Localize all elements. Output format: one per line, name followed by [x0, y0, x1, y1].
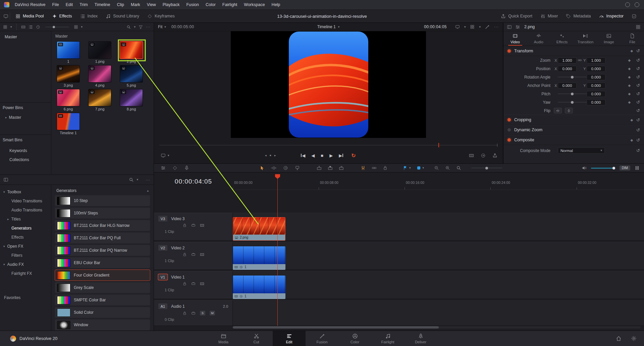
metadata-button[interactable]: Metadata: [562, 10, 595, 22]
yaw-slider[interactable]: [558, 99, 587, 105]
smart-bins-header[interactable]: Smart Bins: [3, 138, 22, 142]
play-button[interactable]: ▶: [329, 153, 333, 158]
generator-item[interactable]: EBU Color Bar: [55, 257, 150, 268]
menu-playback[interactable]: Playback: [159, 0, 183, 10]
loop-button[interactable]: ↻: [351, 152, 356, 159]
mute-button[interactable]: M: [210, 311, 215, 315]
track-header-v3[interactable]: V3 Video 3 1 Clip: [154, 213, 233, 241]
go-to-first-frame-button[interactable]: ◀: [301, 153, 305, 158]
track-lock-icon[interactable]: [182, 282, 187, 286]
chevron-down-icon[interactable]: ▾: [10, 26, 12, 29]
smart-bin-keywords[interactable]: Keywords: [9, 148, 27, 153]
media-clip[interactable]: 8.png: [120, 89, 143, 111]
page-cut[interactable]: Cut: [240, 331, 273, 346]
track-name[interactable]: Video 2: [171, 246, 184, 250]
bin-master[interactable]: Master: [5, 35, 17, 39]
menu-mark[interactable]: Mark: [127, 0, 144, 10]
position-lock-icon[interactable]: [383, 165, 388, 170]
chevron-down-icon[interactable]: ▾: [409, 166, 411, 169]
workspace-layout-icon[interactable]: [3, 14, 8, 19]
power-bin-master[interactable]: ▸Master: [5, 115, 21, 120]
filter-icon[interactable]: [139, 25, 143, 29]
composite-mode-select[interactable]: Normal ▾: [558, 147, 605, 154]
insert-clip-icon[interactable]: [317, 165, 322, 170]
voiceover-mic-icon[interactable]: [184, 165, 189, 170]
position-y-input[interactable]: 0.000: [587, 66, 605, 72]
track-badge-destination[interactable]: V1: [158, 274, 167, 280]
page-edit[interactable]: Edit: [273, 331, 306, 346]
search-icon[interactable]: [126, 25, 131, 29]
dynamic-trim-mode-icon[interactable]: [283, 165, 288, 170]
zoom-y-input[interactable]: 1.000: [587, 57, 605, 63]
track-lane-a1[interactable]: [233, 300, 644, 326]
cinema-viewer-icon[interactable]: [492, 153, 497, 158]
reset-icon[interactable]: ↺: [636, 58, 640, 63]
tab-video[interactable]: Video: [503, 31, 527, 46]
reset-icon[interactable]: ↺: [636, 128, 640, 133]
reset-icon[interactable]: ↺: [636, 66, 640, 71]
media-pool-menu-icon[interactable]: ···: [146, 25, 151, 29]
list-view-icon[interactable]: [29, 25, 33, 29]
track-header-v1[interactable]: V1 Video 1 1 Clip: [154, 271, 233, 299]
category-filters[interactable]: Filters: [0, 251, 51, 260]
timeline-timecode[interactable]: 00:00:04:05: [154, 178, 233, 185]
timeline-view-options-icon[interactable]: [161, 165, 166, 170]
reset-icon[interactable]: ↺: [636, 148, 640, 153]
keyframe-icon[interactable]: ◆: [628, 67, 631, 70]
menu-trim[interactable]: Trim: [76, 0, 91, 10]
gang-viewers-icon[interactable]: [481, 153, 486, 158]
menu-view[interactable]: View: [144, 0, 159, 10]
cropping-enable-toggle[interactable]: [507, 118, 511, 121]
linked-selection-icon[interactable]: [372, 165, 377, 170]
chevron-down-icon[interactable]: ▾: [168, 154, 169, 157]
composite-section-header[interactable]: Composite ◆ ↺: [503, 135, 644, 145]
media-clip[interactable]: 1: [57, 41, 80, 63]
home-icon[interactable]: [616, 336, 622, 341]
sound-library-button[interactable]: Sound Library: [102, 10, 143, 22]
composite-enable-toggle[interactable]: [507, 138, 511, 142]
category-video-transitions[interactable]: Video Transitions: [0, 197, 51, 206]
page-color[interactable]: Color: [338, 331, 371, 346]
track-badge[interactable]: A1: [158, 303, 167, 309]
keyframe-icon[interactable]: ◆: [628, 100, 631, 104]
generator-item[interactable]: 100mV Steps: [55, 207, 150, 219]
video-canvas[interactable]: [231, 31, 426, 138]
generator-item[interactable]: SMPTE Color Bar: [55, 294, 150, 306]
match-frame-icon[interactable]: [469, 153, 474, 158]
zoom-full-extent-icon[interactable]: [434, 165, 439, 170]
track-header-a1[interactable]: A1 Audio 1 2.0 S M 0 Clip: [154, 300, 233, 326]
snapping-magnet-icon[interactable]: [361, 165, 366, 170]
inspector-button[interactable]: Inspector: [595, 10, 628, 22]
chevron-down-icon[interactable]: ▾: [81, 26, 83, 29]
tab-image[interactable]: Image: [597, 31, 621, 46]
pitch-slider[interactable]: [558, 91, 587, 97]
solo-button[interactable]: S: [200, 311, 205, 315]
page-deliver[interactable]: Deliver: [404, 331, 437, 346]
rotation-slider[interactable]: [558, 74, 587, 80]
track-lock-icon[interactable]: [182, 252, 187, 257]
viewer-scrub-bar[interactable]: [154, 142, 503, 148]
dynamic-zoom-enable-toggle[interactable]: [507, 128, 511, 132]
inspector-expand-icon[interactable]: [515, 24, 520, 30]
keyframe-icon[interactable]: ◆: [630, 138, 633, 142]
track-badge[interactable]: V3: [158, 216, 167, 221]
overwrite-clip-icon[interactable]: [328, 165, 333, 170]
keyframe-icon[interactable]: ◆: [628, 75, 631, 79]
trim-edit-mode-icon[interactable]: [271, 165, 276, 170]
media-clip[interactable]: 7.png: [88, 89, 111, 111]
menu-fairlight[interactable]: Fairlight: [219, 0, 240, 10]
menu-workspace[interactable]: Workspace: [240, 0, 268, 10]
generator-item[interactable]: 10 Step: [55, 195, 150, 206]
panel-toggle-icon[interactable]: [3, 177, 8, 182]
track-lane-v3[interactable]: 2.png: [233, 213, 644, 241]
reset-icon[interactable]: ↺: [636, 100, 640, 105]
collaboration-icon[interactable]: [625, 2, 630, 7]
keyframe-icon[interactable]: ◆: [628, 58, 631, 62]
track-enable-icon[interactable]: [200, 223, 204, 228]
menu-clip[interactable]: Clip: [114, 0, 128, 10]
anchor-y-input[interactable]: 0.000: [587, 83, 605, 89]
auto-select-icon[interactable]: [191, 311, 196, 315]
effects-menu-icon[interactable]: ···: [146, 178, 150, 182]
category-titles[interactable]: ▸Titles: [0, 215, 51, 224]
search-icon[interactable]: [129, 177, 134, 182]
